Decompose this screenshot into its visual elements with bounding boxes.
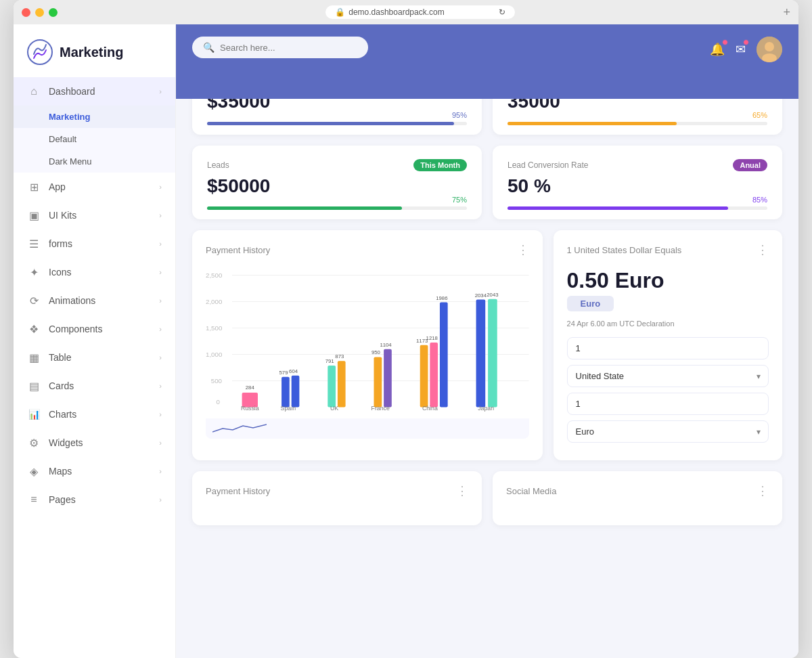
to-currency-select[interactable]: Euro bbox=[567, 420, 769, 443]
sidebar-item-maps[interactable]: Maps › bbox=[14, 457, 175, 485]
content-area: Revenue Today $35000 95% Orders This Wee… bbox=[176, 61, 798, 658]
chevron-icon: › bbox=[159, 439, 162, 447]
sidebar-item-table[interactable]: Table › bbox=[14, 343, 175, 372]
mid-row: Payment History ⋮ 2,500 bbox=[192, 230, 782, 460]
svg-rect-29 bbox=[384, 349, 392, 408]
close-button[interactable] bbox=[22, 8, 30, 17]
lock-icon: 🔒 bbox=[335, 7, 345, 17]
to-currency-wrap: Euro bbox=[567, 420, 769, 443]
chevron-icon: › bbox=[159, 268, 162, 276]
app-body: Marketing Dashboard › Marketing Default … bbox=[14, 24, 798, 658]
bottom-social-header: Social Media ⋮ bbox=[506, 483, 769, 498]
bottom-payment-title: Payment History bbox=[206, 486, 270, 496]
chevron-icon: › bbox=[159, 297, 162, 305]
conversion-pct: 85% bbox=[752, 196, 767, 204]
sidebar-item-dashboard[interactable]: Dashboard › bbox=[14, 77, 175, 106]
conversion-progress: 85% bbox=[508, 206, 767, 210]
revenue-progress: 95% bbox=[207, 122, 467, 125]
chevron-icon: › bbox=[159, 240, 162, 248]
bottom-payment-menu[interactable]: ⋮ bbox=[456, 483, 468, 498]
chevron-icon: › bbox=[159, 325, 162, 333]
app-icon bbox=[27, 180, 41, 194]
sidebar-label-app: App bbox=[49, 181, 66, 192]
notification-button[interactable]: 🔔 bbox=[710, 42, 725, 57]
ui-icon bbox=[27, 209, 41, 222]
conversion-value: 50 % bbox=[508, 175, 767, 197]
sidebar-item-pages[interactable]: Pages › bbox=[14, 485, 175, 514]
search-bar[interactable]: 🔍 bbox=[192, 37, 368, 58]
sidebar-label-icons: Icons bbox=[49, 267, 71, 278]
bottom-payment-card: Payment History ⋮ bbox=[192, 471, 482, 525]
minimize-button[interactable] bbox=[35, 8, 44, 17]
bottom-social-menu[interactable]: ⋮ bbox=[757, 483, 769, 498]
submenu-marketing[interactable]: Marketing bbox=[14, 106, 175, 128]
leads-card: Leads This Month $50000 75% bbox=[192, 146, 482, 219]
animations-icon bbox=[27, 294, 41, 307]
svg-text:Spain: Spain bbox=[281, 405, 296, 412]
sidebar-item-app[interactable]: App › bbox=[14, 173, 175, 201]
from-currency-select[interactable]: United State bbox=[567, 365, 769, 387]
orders-progress: 65% bbox=[508, 122, 767, 125]
chevron-icon: › bbox=[159, 467, 162, 475]
sidebar-label-charts: Charts bbox=[49, 409, 76, 420]
submenu-default[interactable]: Default bbox=[14, 128, 175, 150]
sidebar-label-dashboard: Dashboard bbox=[49, 86, 95, 97]
chevron-icon: › bbox=[159, 211, 162, 219]
svg-rect-34 bbox=[430, 343, 438, 408]
reload-icon[interactable]: ↻ bbox=[499, 7, 505, 17]
sidebar-item-charts[interactable]: Charts › bbox=[14, 400, 175, 429]
amount-input[interactable] bbox=[567, 337, 769, 359]
sidebar-item-icons[interactable]: Icons › bbox=[14, 258, 175, 286]
sidebar-item-components[interactable]: Components › bbox=[14, 315, 175, 343]
svg-rect-28 bbox=[374, 357, 382, 407]
stat-cards-row-2: Leads This Month $50000 75% Lead Convers… bbox=[192, 146, 782, 219]
chevron-icon: › bbox=[159, 183, 162, 191]
svg-text:France: France bbox=[371, 405, 390, 412]
mail-button[interactable]: ✉ bbox=[736, 42, 746, 57]
svg-text:Russia: Russia bbox=[241, 405, 259, 412]
submenu-darkmenu[interactable]: Dark Menu bbox=[14, 150, 175, 173]
sidebar-item-cards[interactable]: Cards › bbox=[14, 372, 175, 400]
svg-text:579: 579 bbox=[279, 370, 288, 376]
svg-text:2,500: 2,500 bbox=[206, 271, 223, 279]
sidebar-label-pages: Pages bbox=[49, 494, 76, 505]
revenue-pct: 95% bbox=[452, 111, 467, 119]
svg-text:284: 284 bbox=[246, 385, 255, 391]
sidebar-item-widgets[interactable]: Widgets › bbox=[14, 429, 175, 457]
svg-text:2034: 2034 bbox=[475, 292, 487, 299]
svg-rect-33 bbox=[420, 345, 428, 408]
sidebar-item-uikits[interactable]: UI Kits › bbox=[14, 201, 175, 229]
sidebar-item-forms[interactable]: forms › bbox=[14, 229, 175, 258]
leads-value: $50000 bbox=[207, 175, 467, 197]
sidebar-item-animations[interactable]: Animations › bbox=[14, 286, 175, 315]
pages-icon bbox=[27, 493, 41, 506]
svg-text:China: China bbox=[422, 405, 438, 412]
svg-point-2 bbox=[765, 42, 774, 51]
from-currency-wrap: United State bbox=[567, 365, 769, 387]
avatar-image bbox=[757, 37, 782, 62]
svg-point-0 bbox=[28, 40, 52, 64]
to-amount-input[interactable] bbox=[567, 393, 769, 415]
new-tab-button[interactable]: + bbox=[783, 5, 790, 20]
chart-menu-button[interactable]: ⋮ bbox=[517, 242, 529, 257]
currency-value: 0.50 Euro bbox=[567, 268, 769, 293]
svg-text:2,000: 2,000 bbox=[206, 298, 223, 305]
chevron-icon: › bbox=[159, 496, 162, 504]
leads-progress: 75% bbox=[207, 206, 467, 210]
widgets-icon bbox=[27, 436, 41, 449]
svg-rect-35 bbox=[440, 303, 448, 408]
maximize-button[interactable] bbox=[49, 8, 58, 17]
svg-rect-40 bbox=[476, 300, 486, 408]
search-input[interactable] bbox=[220, 43, 357, 53]
sidebar-label-widgets: Widgets bbox=[49, 437, 83, 448]
currency-date: 24 Apr 6.00 am UTC Declaration bbox=[567, 320, 769, 328]
mini-line-chart bbox=[212, 422, 267, 435]
bar-chart-svg: 2,500 2,000 1,500 1,000 500 0 284 Russia bbox=[206, 267, 529, 416]
currency-menu-button[interactable]: ⋮ bbox=[757, 242, 769, 257]
conversion-label: Lead Conversion Rate Anual bbox=[508, 159, 767, 171]
svg-rect-19 bbox=[292, 376, 300, 408]
avatar[interactable] bbox=[757, 37, 782, 62]
chevron-icon: › bbox=[159, 87, 162, 95]
svg-text:604: 604 bbox=[289, 368, 298, 374]
svg-rect-41 bbox=[488, 299, 497, 408]
